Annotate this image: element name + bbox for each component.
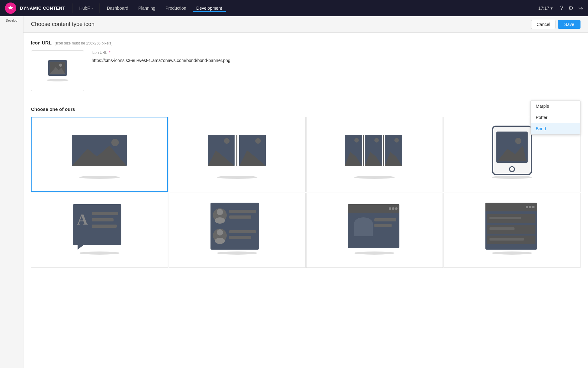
nav-production[interactable]: Production <box>162 4 190 12</box>
app-name: DYNAMIC CONTENT <box>20 6 65 11</box>
hub-label: HubF <box>79 6 90 11</box>
nav-dashboard[interactable]: Dashboard <box>103 4 132 12</box>
logout-icon[interactable]: ↪ <box>578 5 583 12</box>
nav-development[interactable]: Development <box>193 4 226 12</box>
settings-icon[interactable]: ⚙ <box>568 5 573 12</box>
top-navigation: DYNAMIC CONTENT HubF ▾ Dashboard Plannin… <box>0 0 588 16</box>
time-chevron-icon: ▾ <box>550 6 553 11</box>
hub-chevron-icon: ▾ <box>91 7 93 10</box>
nav-divider-2 <box>99 3 99 13</box>
hub-selector[interactable]: HubF ▾ <box>77 4 95 12</box>
nav-planning[interactable]: Planning <box>134 4 159 12</box>
nav-divider-1 <box>73 3 73 13</box>
help-icon[interactable]: ? <box>560 5 563 12</box>
app-logo <box>5 3 16 14</box>
current-time: 17:17 ▾ <box>538 6 553 11</box>
